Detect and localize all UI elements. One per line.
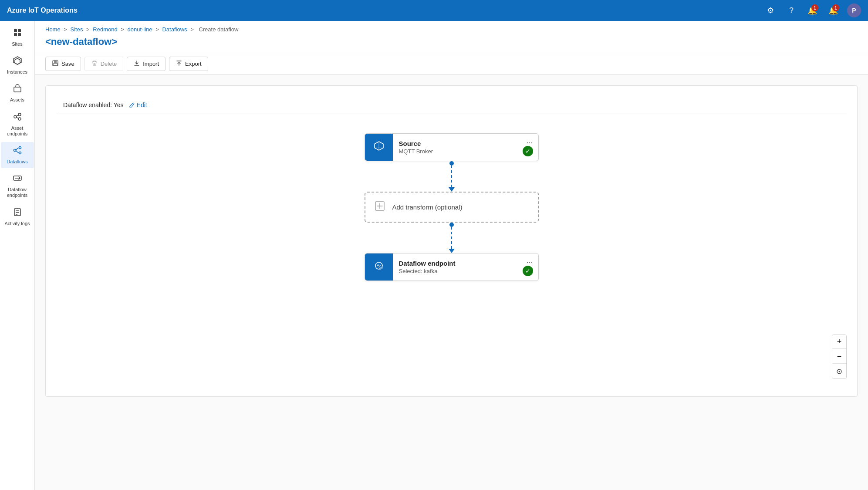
sidebar-item-activity-logs[interactable]: Activity logs <box>1 204 34 230</box>
sidebar-item-label-assets: Assets <box>10 97 24 103</box>
source-status: ✓ <box>523 146 533 156</box>
zoom-out-button[interactable]: − <box>832 350 846 364</box>
source-title: Source <box>399 140 532 147</box>
toolbar: Save Delete Import <box>35 53 868 75</box>
connector-dot-middle <box>449 223 454 227</box>
app-title: Azure IoT Operations <box>7 7 758 14</box>
svg-marker-5 <box>15 58 20 64</box>
canvas-inner: Dataflow enabled: Yes Edit <box>45 85 858 397</box>
svg-rect-1 <box>18 29 21 32</box>
source-cube-icon <box>373 140 385 155</box>
source-node[interactable]: Source MQTT Broker ··· ✓ <box>365 133 539 161</box>
import-label: Import <box>143 61 159 67</box>
svg-point-14 <box>19 152 21 154</box>
connector-line-1 <box>451 166 452 187</box>
sidebar-item-label-dataflow-endpoints: Dataflow endpoints <box>3 187 32 198</box>
notifications-button[interactable]: 🔔 1 <box>805 3 819 17</box>
sidebar-item-dataflows[interactable]: Dataflows <box>1 142 34 168</box>
sidebar-item-label-asset-endpoints: Asset endpoints <box>3 125 32 137</box>
flow-diagram: Source MQTT Broker ··· ✓ <box>56 125 847 386</box>
destination-node[interactable]: Dataflow endpoint Selected: kafka ··· ✓ <box>365 253 539 281</box>
export-icon <box>176 60 182 68</box>
destination-node-icon-area <box>365 253 393 280</box>
alert-badge: 1 <box>832 4 839 11</box>
destination-check-icon: ✓ <box>523 266 533 276</box>
svg-line-11 <box>17 117 18 118</box>
edit-button[interactable]: Edit <box>129 101 147 108</box>
breadcrumb-current: Create dataflow <box>199 26 238 33</box>
connector-arrow-1 <box>449 187 455 192</box>
sidebar-item-instances[interactable]: Instances <box>1 52 34 78</box>
user-avatar[interactable]: P <box>847 3 861 17</box>
destination-title: Dataflow endpoint <box>399 260 532 267</box>
svg-point-8 <box>18 113 21 116</box>
breadcrumb-donut-line[interactable]: donut-line <box>128 26 152 33</box>
help-icon: ? <box>789 6 794 15</box>
sidebar-item-sites[interactable]: Sites <box>1 24 34 51</box>
svg-point-13 <box>19 146 21 149</box>
sidebar: Sites Instances Assets <box>0 21 35 490</box>
delete-button[interactable]: Delete <box>84 57 124 71</box>
assets-icon <box>13 84 22 95</box>
help-button[interactable]: ? <box>784 3 798 17</box>
breadcrumb-sites[interactable]: Sites <box>71 26 83 33</box>
topbar-actions: ⚙ ? 🔔 1 🔔 1 P <box>763 3 861 17</box>
sidebar-item-dataflow-endpoints[interactable]: Dataflow endpoints <box>1 170 34 202</box>
settings-button[interactable]: ⚙ <box>763 3 777 17</box>
transform-node[interactable]: Add transform (optional) <box>365 192 539 223</box>
sidebar-item-asset-endpoints[interactable]: Asset endpoints <box>1 108 34 140</box>
sidebar-item-label-activity-logs: Activity logs <box>4 221 30 226</box>
sidebar-item-label-sites: Sites <box>12 41 22 47</box>
main-layout: Sites Instances Assets <box>0 21 868 490</box>
export-label: Export <box>185 61 202 67</box>
connector-1 <box>449 161 455 192</box>
svg-rect-3 <box>18 33 21 36</box>
zoom-in-button[interactable]: + <box>832 335 846 349</box>
svg-point-27 <box>839 371 840 372</box>
sidebar-item-assets[interactable]: Assets <box>1 80 34 106</box>
breadcrumb-dataflows[interactable]: Dataflows <box>162 26 187 33</box>
export-button[interactable]: Export <box>169 57 208 71</box>
canvas-container: Dataflow enabled: Yes Edit <box>35 75 868 490</box>
alerts-button[interactable]: 🔔 1 <box>826 3 840 17</box>
notification-badge: 1 <box>811 4 818 11</box>
sidebar-item-label-dataflows: Dataflows <box>7 159 27 165</box>
content-area: Home > Sites > Redmond > donut-line > Da… <box>35 21 868 490</box>
destination-status: ✓ <box>523 266 533 276</box>
svg-point-9 <box>18 118 21 120</box>
instances-icon <box>13 56 22 68</box>
zoom-fit-button[interactable] <box>832 365 846 378</box>
connector-arrow-2 <box>449 249 455 253</box>
import-icon <box>133 60 140 68</box>
breadcrumb-redmond[interactable]: Redmond <box>93 26 117 33</box>
transform-icon <box>374 200 385 214</box>
connector-dot-top <box>449 161 454 166</box>
svg-rect-22 <box>53 64 57 65</box>
sidebar-item-label-instances: Instances <box>7 69 27 75</box>
topbar: Azure IoT Operations ⚙ ? 🔔 1 🔔 1 P <box>0 0 868 21</box>
save-icon <box>52 60 59 68</box>
connector-2 <box>449 223 455 253</box>
destination-node-content: Dataflow endpoint Selected: kafka <box>393 253 538 280</box>
connector-line-2 <box>451 227 452 249</box>
svg-rect-0 <box>14 29 17 32</box>
svg-line-10 <box>17 115 18 116</box>
svg-rect-2 <box>14 33 17 36</box>
source-subtitle: MQTT Broker <box>399 148 532 155</box>
sites-icon <box>13 28 22 40</box>
svg-point-25 <box>379 266 382 269</box>
asset-endpoints-icon <box>13 112 22 124</box>
dataflow-status: Dataflow enabled: Yes <box>63 101 124 108</box>
page-title: <new-dataflow> <box>45 36 858 53</box>
svg-point-7 <box>14 115 17 118</box>
import-button[interactable]: Import <box>127 57 165 71</box>
svg-point-12 <box>14 149 16 151</box>
transform-label: Add transform (optional) <box>392 203 463 211</box>
svg-rect-6 <box>14 87 21 92</box>
endpoint-icon <box>373 260 385 274</box>
save-button[interactable]: Save <box>45 57 81 71</box>
settings-icon: ⚙ <box>767 6 774 15</box>
breadcrumb-home[interactable]: Home <box>45 26 61 33</box>
breadcrumb: Home > Sites > Redmond > donut-line > Da… <box>45 26 858 33</box>
source-node-icon-area <box>365 134 393 161</box>
